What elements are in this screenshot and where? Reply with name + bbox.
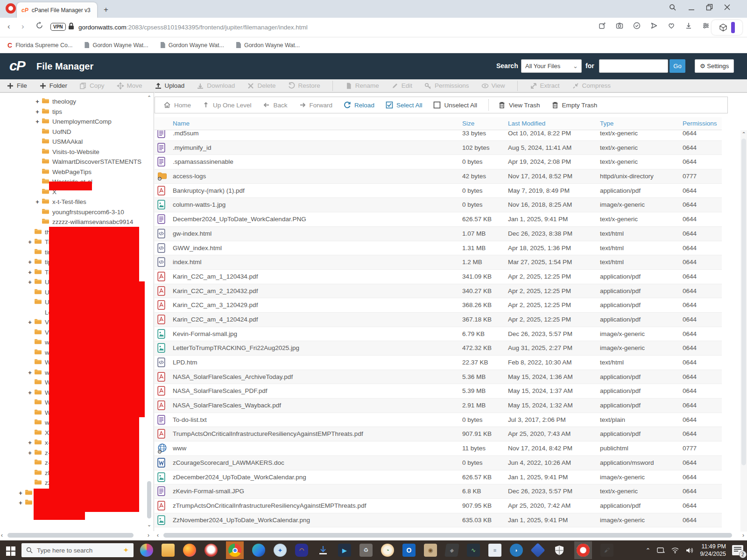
- file-row[interactable]: zCourageScorecard_LAWMAKERS.doc0 bytesJu…: [155, 456, 722, 470]
- expand-plus-icon[interactable]: +: [27, 449, 33, 456]
- file-row[interactable]: Karin_C2C_am_4_120424.pdf367.18 KBApr 2,…: [155, 313, 722, 327]
- column-permissions[interactable]: Permissions: [683, 120, 717, 127]
- file-row[interactable]: NASA_SolarFlareScales_Wayback.pdf2.91 MB…: [155, 399, 722, 413]
- file-row[interactable]: access-logs42 bytesNov 17, 2014, 8:52 PM…: [155, 169, 722, 184]
- tree-folder-item[interactable]: +tips: [0, 107, 146, 117]
- file-name[interactable]: gw-index.html: [173, 230, 211, 237]
- file-name[interactable]: .spamassassinenable: [173, 158, 233, 165]
- file-name[interactable]: Karin_C2C_am_1_120434.pdf: [173, 273, 258, 280]
- media-player-taskbar-icon[interactable]: ▶: [338, 544, 351, 557]
- tablet-icon[interactable]: [656, 546, 665, 554]
- send-icon[interactable]: [650, 22, 658, 31]
- main-vertical-scrollbar[interactable]: ⌃: [740, 130, 747, 532]
- back-icon[interactable]: ‹: [7, 22, 10, 31]
- tree-folder-item[interactable]: +x-t-Test-files: [0, 197, 146, 207]
- file-name[interactable]: index.html: [173, 259, 202, 266]
- privacy-browser-taskbar-icon[interactable]: [204, 544, 218, 557]
- taskbar-search[interactable]: Type here to search ✦: [21, 543, 134, 557]
- scrollbar-thumb[interactable]: [163, 533, 732, 538]
- bookmark-item[interactable]: Gordon Wayne Wat...: [161, 42, 224, 49]
- file-name[interactable]: .myimunify_id: [173, 144, 211, 151]
- scrollbar-thumb[interactable]: [147, 481, 151, 518]
- winzip-taskbar-icon[interactable]: [531, 544, 544, 557]
- outlook-taskbar-icon[interactable]: O: [402, 544, 416, 557]
- file-row[interactable]: .myimunify_id102 bytesAug 5, 2024, 11:41…: [155, 141, 722, 155]
- file-row[interactable]: zDecember2024_UpToDate_WorkCalendar.png6…: [155, 470, 722, 485]
- file-row[interactable]: Kevin-Formal-small.jpg6.79 KBDec 26, 202…: [155, 327, 722, 342]
- file-name[interactable]: Kevin-Formal-small.jpg: [173, 330, 237, 337]
- file-row[interactable]: GWW_index.html1.31 MBApr 18, 2025, 1:36 …: [155, 241, 722, 256]
- file-name[interactable]: December2024_UpToDate_WorkCalendar.PNG: [173, 216, 306, 223]
- installer-taskbar-icon[interactable]: ◉: [424, 544, 437, 557]
- file-button[interactable]: File: [7, 82, 27, 90]
- sidebar-horizontal-scrollbar[interactable]: ‹ ›: [1, 532, 153, 539]
- file-row[interactable]: LPD.htm22.37 KBFeb 8, 2022, 10:30 AMtext…: [155, 356, 722, 370]
- file-name[interactable]: GWW_index.html: [173, 245, 222, 252]
- view-trash-button[interactable]: View Trash: [498, 101, 540, 109]
- bookmark-item[interactable]: Gordon Wayne Wat...: [236, 42, 300, 49]
- expand-plus-icon[interactable]: +: [35, 118, 40, 125]
- file-row[interactable]: zTrumpActsOnCriticalInfrastructureResili…: [155, 499, 722, 513]
- expand-plus-icon[interactable]: +: [35, 198, 40, 205]
- reload-button[interactable]: Reload: [344, 101, 374, 109]
- tree-folder-item[interactable]: +theology: [0, 97, 146, 107]
- openoffice-taskbar-icon[interactable]: ◗: [510, 544, 523, 557]
- analytics-taskbar-icon[interactable]: ∿: [467, 544, 480, 557]
- chrome-taskbar-icon[interactable]: [226, 541, 244, 559]
- tray-chevron-icon[interactable]: ⌃: [645, 547, 650, 554]
- expand-plus-icon[interactable]: +: [27, 259, 33, 266]
- scrollbar-thumb[interactable]: [741, 139, 746, 465]
- tree-folder-item[interactable]: +UnemploymentComp: [0, 117, 146, 127]
- taskbar-clock[interactable]: 11:49 PM 9/24/2025: [700, 543, 726, 558]
- defender-taskbar-icon[interactable]: [553, 544, 566, 557]
- sliders-icon[interactable]: [702, 22, 710, 31]
- vpn-badge[interactable]: VPN: [50, 23, 66, 31]
- sidebar-vertical-scrollbar[interactable]: ⌃ ⌄: [146, 95, 152, 528]
- expand-plus-icon[interactable]: +: [27, 279, 33, 286]
- file-name[interactable]: LetterToTrumpTRACKING_Fri22Aug2025.jpg: [173, 344, 299, 351]
- tree-folder-item[interactable]: Visits-to-Website: [0, 147, 146, 157]
- file-row[interactable]: December2024_UpToDate_WorkCalendar.PNG62…: [155, 212, 722, 227]
- tree-folder-item[interactable]: zzzzz-williamsevansabc9914: [0, 217, 146, 227]
- file-row[interactable]: Karin_C2C_am_2_120432.pdf340.27 KBApr 2,…: [155, 284, 722, 299]
- file-name[interactable]: Karin_C2C_am_3_120429.pdf: [173, 301, 258, 308]
- heart-icon[interactable]: [668, 22, 675, 31]
- notepad-taskbar-icon[interactable]: ≡: [488, 544, 501, 557]
- scroll-left-icon[interactable]: ‹: [1, 532, 3, 539]
- notification-center-icon[interactable]: 2: [732, 545, 743, 555]
- main-horizontal-scrollbar[interactable]: ‹ ›: [157, 532, 744, 539]
- file-name[interactable]: NASA_SolarFlareScales_Wayback.pdf: [173, 402, 281, 409]
- safari-taskbar-icon[interactable]: ✦: [274, 544, 287, 557]
- tree-folder-item[interactable]: WalmartDiscoverSTATEMENTS: [0, 157, 146, 167]
- file-explorer-taskbar-icon[interactable]: [162, 544, 175, 557]
- file-row[interactable]: LetterToTrumpTRACKING_Fri22Aug2025.jpg47…: [155, 341, 722, 356]
- minimize-button[interactable]: [685, 6, 698, 14]
- expand-plus-icon[interactable]: +: [27, 439, 33, 446]
- file-row[interactable]: .md5sum33 bytesOct 10, 2014, 8:22 PMtext…: [155, 130, 722, 141]
- start-button[interactable]: [0, 545, 21, 556]
- file-row[interactable]: www11 bytesNov 17, 2014, 8:42 PMpublicht…: [155, 441, 722, 456]
- file-name[interactable]: zTrumpActsOnCriticalInfrastructureResili…: [173, 502, 366, 509]
- file-row[interactable]: ZzNovember2024_UpToDate_WorkCalendar.png…: [155, 513, 722, 528]
- restore-button[interactable]: [703, 4, 715, 13]
- lock-icon[interactable]: [68, 22, 74, 32]
- expand-plus-icon[interactable]: +: [27, 319, 33, 326]
- file-name[interactable]: zCourageScorecard_LAWMAKERS.doc: [173, 459, 284, 466]
- file-name[interactable]: access-logs: [173, 173, 206, 180]
- file-name[interactable]: Karin_C2C_am_4_120424.pdf: [173, 316, 258, 323]
- scroll-down-icon[interactable]: ⌄: [146, 522, 152, 528]
- file-name[interactable]: To-do-list.txt: [173, 416, 207, 423]
- file-name[interactable]: ZzNovember2024_UpToDate_WorkCalendar.png: [173, 517, 310, 524]
- copilot-taskbar-icon[interactable]: [140, 544, 153, 557]
- folder-button[interactable]: Folder: [39, 82, 67, 90]
- nero-taskbar-icon[interactable]: ◔: [381, 544, 394, 557]
- file-name[interactable]: zKevin-Formal-small.JPG: [173, 488, 244, 495]
- firefox-taskbar-icon[interactable]: [183, 544, 196, 557]
- close-button[interactable]: [721, 4, 733, 13]
- tree-folder-item[interactable]: UofND: [0, 127, 146, 137]
- expand-plus-icon[interactable]: +: [27, 269, 33, 276]
- file-row[interactable]: column-watts-1.jpg0 bytesNov 16, 2018, 8…: [155, 198, 722, 212]
- opera-taskbar-icon[interactable]: [574, 541, 592, 559]
- scroll-right-icon[interactable]: ›: [148, 532, 149, 539]
- bookmark-item[interactable]: CFlorida Supreme Co...: [7, 42, 72, 49]
